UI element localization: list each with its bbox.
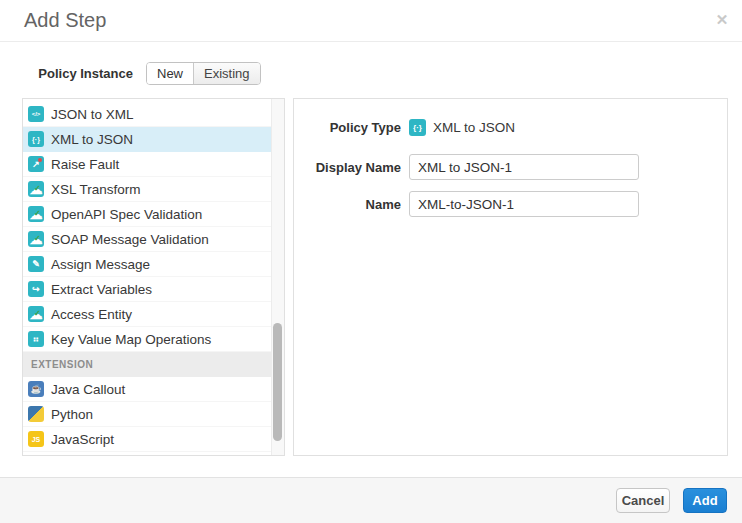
policy-list: JSON to XML XML to JSON Raise Fault XSL … — [22, 98, 285, 456]
list-item-label: Python — [51, 407, 93, 422]
cancel-button[interactable]: Cancel — [616, 488, 670, 513]
list-item-soap-message-validation[interactable]: SOAP Message Validation — [23, 227, 284, 252]
header-divider — [0, 41, 742, 42]
list-item-json-to-xml[interactable]: JSON to XML — [23, 102, 284, 127]
xml-to-json-icon — [28, 131, 44, 147]
extension-section-header: EXTENSION — [23, 352, 284, 377]
display-name-row: Display Name — [294, 154, 639, 180]
display-name-label: Display Name — [294, 160, 401, 175]
list-item-label: Java Callout — [51, 382, 125, 397]
cloud-check-icon — [28, 231, 44, 247]
toggle-new-button[interactable]: New — [147, 63, 193, 84]
toggle-existing-button[interactable]: Existing — [193, 63, 260, 84]
raise-fault-icon — [28, 156, 44, 172]
list-item-label: Extract Variables — [51, 282, 152, 297]
display-name-input[interactable] — [409, 154, 639, 180]
list-item-javascript[interactable]: JavaScript — [23, 427, 284, 452]
json-to-xml-icon — [28, 106, 44, 122]
key-value-map-icon — [28, 331, 44, 347]
cloud-check-icon — [28, 181, 44, 197]
list-item-xsl-transform[interactable]: XSL Transform — [23, 177, 284, 202]
list-item-label: XML to JSON — [51, 132, 133, 147]
list-item-label: OpenAPI Spec Validation — [51, 207, 202, 222]
list-item-python[interactable]: Python — [23, 402, 284, 427]
list-item-label: JavaScript — [51, 432, 114, 447]
list-item-key-value-map-operations[interactable]: Key Value Map Operations — [23, 327, 284, 352]
name-label: Name — [294, 197, 401, 212]
list-item-extract-variables[interactable]: Extract Variables — [23, 277, 284, 302]
close-icon[interactable]: ✕ — [710, 8, 734, 32]
policy-form-panel: Policy Type XML to JSON Display Name Nam… — [293, 98, 728, 456]
cloud-check-icon — [28, 206, 44, 222]
policy-type-text: XML to JSON — [433, 120, 515, 135]
policy-instance-label: Policy Instance — [0, 66, 133, 81]
list-item-label: XSL Transform — [51, 182, 141, 197]
python-icon — [28, 406, 44, 422]
policy-type-label: Policy Type — [294, 120, 401, 135]
list-scrollbar-thumb[interactable] — [273, 323, 282, 441]
assign-message-icon — [28, 256, 44, 272]
list-item-label: Assign Message — [51, 257, 150, 272]
list-item-openapi-spec-validation[interactable]: OpenAPI Spec Validation — [23, 202, 284, 227]
policy-type-value: XML to JSON — [409, 119, 515, 136]
list-scrollbar-track[interactable] — [271, 99, 284, 455]
list-item-xml-to-json[interactable]: XML to JSON — [23, 127, 284, 152]
policy-type-row: Policy Type XML to JSON — [294, 114, 515, 140]
xml-to-json-icon — [409, 119, 426, 136]
list-item-assign-message[interactable]: Assign Message — [23, 252, 284, 277]
list-item-raise-fault[interactable]: Raise Fault — [23, 152, 284, 177]
list-item-label: Access Entity — [51, 307, 132, 322]
list-item-label: Raise Fault — [51, 157, 119, 172]
list-item-java-callout[interactable]: Java Callout — [23, 377, 284, 402]
list-item-label: SOAP Message Validation — [51, 232, 209, 247]
name-row: Name — [294, 191, 639, 217]
dialog-title: Add Step — [24, 9, 106, 32]
add-button[interactable]: Add — [683, 488, 727, 513]
list-item-access-entity[interactable]: Access Entity — [23, 302, 284, 327]
dialog-footer: Cancel Add — [0, 477, 742, 523]
extract-variables-icon — [28, 281, 44, 297]
name-input[interactable] — [409, 191, 639, 217]
javascript-icon — [28, 431, 44, 447]
policy-instance-toggle: New Existing — [146, 62, 261, 85]
cloud-check-icon — [28, 306, 44, 322]
list-item-label: JSON to XML — [51, 107, 134, 122]
list-item-label: Key Value Map Operations — [51, 332, 211, 347]
java-icon — [28, 381, 44, 397]
